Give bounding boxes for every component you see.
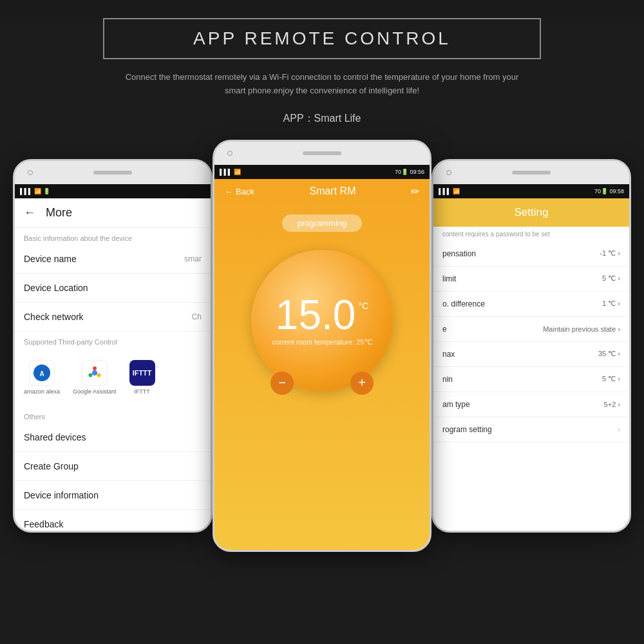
left-phone-speaker bbox=[93, 171, 132, 175]
title-box: APP REMOTE CONTROL bbox=[103, 18, 541, 59]
temp-diff-value: 1 ℃ › bbox=[602, 299, 620, 308]
left-status-bar: ▌▌▌ 📶 🔋 bbox=[15, 184, 211, 198]
section1-label: Basic information about the device bbox=[15, 228, 211, 245]
alexa-label: amazon alexa bbox=[24, 388, 60, 395]
compensation-value: -1 ℃ › bbox=[600, 249, 620, 258]
max-item[interactable]: nax 35 ℃ › bbox=[433, 342, 629, 367]
min-label: nin bbox=[442, 375, 453, 384]
left-phone-content: ← More Basic information about the devic… bbox=[15, 198, 211, 533]
right-phone-content: Setting content requires a password to b… bbox=[433, 198, 629, 533]
left-header-title: More bbox=[46, 206, 72, 220]
center-header: ← Back Smart RM ✏ bbox=[214, 179, 430, 204]
state-value: Maintain previous state › bbox=[543, 325, 620, 333]
device-location-item[interactable]: Device Location bbox=[15, 274, 211, 303]
google-item[interactable]: Google Assistant bbox=[73, 360, 117, 395]
left-status-icons: ▌▌▌ 📶 🔋 bbox=[20, 188, 50, 194]
page-background: APP REMOTE CONTROL Connect the thermosta… bbox=[0, 18, 644, 644]
feedback-item[interactable]: Feedback bbox=[15, 510, 211, 533]
device-info-label: Device information bbox=[24, 490, 99, 500]
app-label: APP：Smart Life bbox=[0, 112, 644, 126]
right-time: 09:58 bbox=[609, 188, 624, 194]
center-phone-speaker bbox=[303, 151, 341, 155]
third-party-section: A amazon alexa bbox=[15, 348, 211, 406]
center-status-bar: ▌▌▌ 📶 70🔋 09:56 bbox=[214, 165, 430, 179]
create-group-item[interactable]: Create Group bbox=[15, 452, 211, 481]
center-status-left: ▌▌▌ 📶 bbox=[220, 169, 241, 175]
section2-label: Supported Third-party Control bbox=[15, 332, 211, 348]
room-temp-label: current room temperature: 25℃ bbox=[272, 338, 372, 346]
right-wifi-icon: 📶 bbox=[453, 188, 460, 194]
center-phone-circle bbox=[227, 151, 232, 156]
right-status-bar: ▌▌▌ 📶 70🔋 09:58 bbox=[433, 184, 629, 198]
temperature-display: 15.0 °C bbox=[276, 294, 368, 336]
center-time: 09:56 bbox=[410, 169, 424, 175]
minus-button[interactable]: − bbox=[270, 372, 294, 395]
right-battery: 70🔋 bbox=[594, 188, 608, 194]
wifi-icon: 📶 bbox=[34, 188, 41, 194]
thermostat-circle: 15.0 °C current room temperature: 25℃ − … bbox=[251, 250, 393, 392]
shared-devices-label: Shared devices bbox=[24, 432, 86, 442]
program-type-value: 5+2 › bbox=[604, 401, 620, 408]
svg-point-5 bbox=[88, 373, 92, 377]
center-status-right: 70🔋 09:56 bbox=[395, 169, 424, 175]
programming-button[interactable]: programming bbox=[282, 214, 363, 232]
others-label: Others bbox=[15, 406, 211, 423]
device-info-item[interactable]: Device information bbox=[15, 481, 211, 510]
limit-item[interactable]: limit 5 ℃ › bbox=[433, 267, 629, 292]
thermostat-container: 15.0 °C current room temperature: 25℃ − … bbox=[214, 250, 430, 392]
plus-button[interactable]: + bbox=[350, 372, 374, 395]
shared-devices-item[interactable]: Shared devices bbox=[15, 423, 211, 452]
device-name-value: smar bbox=[184, 254, 202, 263]
right-header-title: Setting bbox=[515, 206, 549, 218]
battery-icon: 🔋 bbox=[43, 188, 50, 194]
temperature-unit: °C bbox=[358, 301, 368, 311]
center-header-title: Smart RM bbox=[309, 185, 355, 197]
device-name-label: Device name bbox=[24, 254, 77, 264]
programming-btn-container: programming bbox=[214, 209, 430, 237]
ifttt-item[interactable]: IFTTT IFTTT bbox=[129, 360, 155, 395]
google-label: Google Assistant bbox=[73, 388, 117, 395]
svg-point-4 bbox=[97, 373, 100, 377]
password-note: content requires a password to be set bbox=[433, 227, 629, 242]
program-setting-item[interactable]: rogram setting › bbox=[433, 417, 629, 442]
center-wifi-icon: 📶 bbox=[234, 169, 241, 175]
left-phone-top-bar bbox=[15, 161, 211, 184]
google-icon bbox=[82, 360, 108, 386]
back-arrow-icon[interactable]: ← bbox=[24, 206, 35, 220]
svg-text:A: A bbox=[39, 370, 44, 377]
compensation-item[interactable]: pensation -1 ℃ › bbox=[433, 242, 629, 267]
right-status-left: ▌▌▌ 📶 bbox=[439, 188, 460, 194]
alexa-item[interactable]: A amazon alexa bbox=[24, 360, 60, 395]
right-phone-circle bbox=[446, 170, 451, 175]
feedback-label: Feedback bbox=[24, 519, 63, 529]
center-edit-icon[interactable]: ✏ bbox=[411, 185, 419, 198]
ifttt-label: IFTTT bbox=[134, 388, 150, 395]
min-item[interactable]: nin 5 ℃ › bbox=[433, 367, 629, 392]
program-type-label: am type bbox=[442, 400, 470, 409]
left-phone-circle bbox=[28, 170, 33, 175]
state-label: e bbox=[442, 325, 447, 334]
check-network-item[interactable]: Check network Ch bbox=[15, 303, 211, 332]
device-name-item[interactable]: Device name smar bbox=[15, 245, 211, 274]
center-back-arrow-icon: ← bbox=[225, 187, 233, 196]
state-item[interactable]: e Maintain previous state › bbox=[433, 317, 629, 342]
phones-container: ▌▌▌ 📶 🔋 ← More Basic information about t… bbox=[0, 133, 644, 571]
svg-point-2 bbox=[92, 370, 97, 375]
subtitle: Connect the thermostat remotely via a Wi… bbox=[84, 71, 560, 98]
center-phone-top-bar bbox=[214, 142, 430, 165]
center-phone-content: ← Back Smart RM ✏ programming 15.0 °C bbox=[214, 179, 430, 552]
right-phone-speaker bbox=[512, 171, 551, 175]
center-battery: 70🔋 bbox=[395, 169, 408, 175]
program-type-item[interactable]: am type 5+2 › bbox=[433, 392, 629, 417]
center-signal-icon: ▌▌▌ bbox=[220, 169, 232, 175]
min-value: 5 ℃ › bbox=[602, 375, 620, 383]
temperature-value: 15.0 bbox=[276, 294, 356, 336]
program-setting-chevron: › bbox=[618, 425, 620, 434]
svg-point-3 bbox=[93, 366, 97, 370]
temp-diff-item[interactable]: o. difference 1 ℃ › bbox=[433, 292, 629, 317]
temp-diff-label: o. difference bbox=[442, 299, 485, 308]
center-phone: ▌▌▌ 📶 70🔋 09:56 ← Back Smart RM ✏ bbox=[213, 140, 431, 552]
compensation-label: pensation bbox=[442, 249, 476, 258]
check-network-value: Ch bbox=[192, 312, 202, 321]
center-back-button[interactable]: ← Back bbox=[225, 187, 254, 196]
